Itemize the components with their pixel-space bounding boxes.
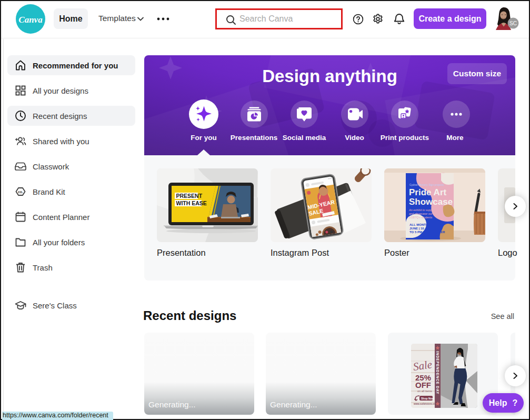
svg-text:www.outletstore.com: www.outletstore.com xyxy=(413,403,437,405)
svg-text:PRESENT: PRESENT xyxy=(176,193,203,199)
svg-text:WITH EASE: WITH EASE xyxy=(176,200,207,206)
svg-text:Canva: Canva xyxy=(18,15,43,25)
svg-text:OFF: OFF xyxy=(415,381,431,389)
svg-text:JUNE | 10 AM: JUNE | 10 AM xyxy=(409,227,429,230)
svg-text:Pride Art: Pride Art xyxy=(409,187,447,197)
svg-text:ALL MONTH OF: ALL MONTH OF xyxy=(409,223,434,226)
svg-text:TO 5 PM | ART CENTER: TO 5 PM | ART CENTER xyxy=(409,231,445,234)
svg-text:Shop Now: Shop Now xyxy=(421,397,434,400)
svg-text:Cydnei Mercery Sign projects: Cydnei Mercery Sign projects xyxy=(409,183,444,186)
svg-text:INDEPENDENCE DAY: INDEPENDENCE DAY xyxy=(436,351,439,394)
svg-text:and showcase our: and showcase our xyxy=(409,212,433,215)
svg-text:SC: SC xyxy=(509,21,517,26)
svg-text:Showcase: Showcase xyxy=(409,197,453,207)
svg-text:co.: co. xyxy=(18,190,23,194)
svg-text:An exhibit to support: An exhibit to support xyxy=(408,208,436,212)
svg-text:Sale: Sale xyxy=(412,358,433,373)
svg-text:LGBTQ+ students: LGBTQ+ students xyxy=(409,216,432,219)
svg-text:on all items: on all items xyxy=(417,389,432,393)
